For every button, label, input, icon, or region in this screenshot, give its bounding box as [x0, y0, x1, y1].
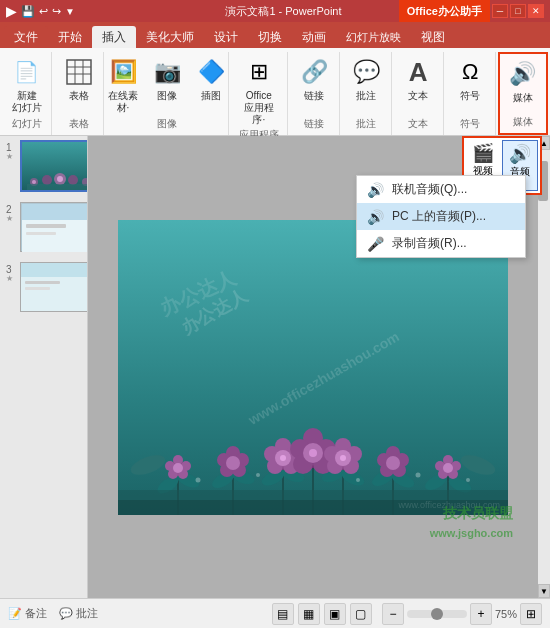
- ribbon: 📄 新建幻灯片 幻灯片 表格 表格: [0, 48, 550, 136]
- office-apps-button[interactable]: ⊞ Office应用程序·: [237, 54, 281, 128]
- slide-item-2[interactable]: 2 ★: [20, 202, 83, 252]
- slide1-preview: [22, 142, 88, 190]
- text-label: 文本: [408, 90, 428, 102]
- media-icon: 🔊: [507, 58, 539, 90]
- svg-point-8: [42, 175, 52, 185]
- vertical-scrollbar[interactable]: ▲ ▼: [538, 136, 550, 598]
- text-group-label: 文本: [408, 117, 428, 133]
- slide-item-3[interactable]: 3 ★: [20, 262, 83, 312]
- svg-rect-15: [22, 204, 88, 220]
- shapes-icon: 🔷: [195, 56, 227, 88]
- svg-rect-17: [26, 232, 56, 235]
- svg-point-50: [173, 463, 183, 473]
- notes-icon: 💬: [350, 56, 382, 88]
- view-slide-sorter-button[interactable]: ▦: [298, 603, 320, 625]
- svg-rect-19: [21, 263, 88, 277]
- tab-design[interactable]: 设计: [204, 26, 248, 48]
- tab-beautify[interactable]: 美化大师: [136, 26, 204, 48]
- table-button[interactable]: 表格: [59, 54, 99, 104]
- svg-point-73: [309, 449, 317, 457]
- tab-file[interactable]: 文件: [4, 26, 48, 48]
- svg-rect-21: [25, 287, 50, 290]
- link-button[interactable]: 🔗 链接: [294, 54, 334, 104]
- new-slide-icon: 📄: [11, 56, 43, 88]
- new-slide-button[interactable]: 📄 新建幻灯片: [7, 54, 47, 116]
- svg-point-10: [57, 176, 63, 182]
- status-bar: 📝 备注 💬 批注 ▤ ▦ ▣ ▢ − + 75% ⊞: [0, 598, 550, 628]
- slide-thumb-1[interactable]: [20, 140, 88, 192]
- svg-rect-20: [25, 281, 60, 284]
- text-group-content: A 文本: [398, 54, 438, 117]
- maximize-button[interactable]: □: [510, 4, 526, 18]
- zoom-slider[interactable]: [407, 610, 467, 618]
- zoom-level: 75%: [495, 608, 517, 620]
- media-button[interactable]: 🔊 媒体: [503, 56, 543, 106]
- table-label: 表格: [69, 90, 89, 102]
- ribbon-group-apps: ⊞ Office应用程序· 应用程序: [231, 52, 288, 135]
- close-button[interactable]: ✕: [528, 4, 544, 18]
- shapes-button[interactable]: 🔷 插图: [191, 54, 231, 104]
- tab-home[interactable]: 开始: [48, 26, 92, 48]
- zoom-slider-thumb[interactable]: [431, 608, 443, 620]
- ribbon-group-slides: 📄 新建幻灯片 幻灯片: [2, 52, 52, 135]
- record-audio-icon: 🎤: [367, 236, 384, 252]
- text-button[interactable]: A 文本: [398, 54, 438, 104]
- status-comments[interactable]: 💬 批注: [59, 606, 98, 621]
- images-group-content: 🖼️ 在线素材· 📷 图像 🔷 插图: [103, 54, 231, 117]
- video-sub-icon: 🎬: [472, 142, 494, 164]
- image-label: 图像: [157, 90, 177, 102]
- customize-icon[interactable]: ▼: [65, 6, 75, 17]
- notes-button[interactable]: 💬 批注: [346, 54, 386, 104]
- slide-thumb-2[interactable]: [20, 202, 88, 252]
- redo-icon[interactable]: ↪: [52, 5, 61, 18]
- status-notes[interactable]: 📝 备注: [8, 606, 47, 621]
- audio-dropdown-menu: 🔊 联机音频(Q)... 🔊 PC 上的音频(P)... 🎤 录制音频(R)..…: [356, 175, 526, 258]
- ribbon-group-media: 🔊 媒体 媒体: [498, 52, 548, 135]
- svg-point-7: [32, 180, 36, 184]
- status-left: 📝 备注 💬 批注: [8, 606, 98, 621]
- title-bar-left: ▶ 💾 ↩ ↪ ▼: [6, 3, 75, 19]
- view-slideshow-button[interactable]: ▢: [350, 603, 372, 625]
- online-audio-option[interactable]: 🔊 联机音频(Q)...: [357, 176, 525, 203]
- minimize-button[interactable]: ─: [492, 4, 508, 18]
- pc-audio-label: PC 上的音频(P)...: [392, 208, 486, 225]
- save-icon[interactable]: 💾: [21, 5, 35, 18]
- zoom-in-button[interactable]: +: [470, 603, 492, 625]
- symbol-icon: Ω: [454, 56, 486, 88]
- images-group-label: 图像: [157, 117, 177, 133]
- shapes-label: 插图: [201, 90, 221, 102]
- tab-slideshow[interactable]: 幻灯片放映: [336, 26, 411, 48]
- slide-thumb-3[interactable]: [20, 262, 88, 312]
- tab-review[interactable]: 视图: [411, 26, 455, 48]
- status-right: ▤ ▦ ▣ ▢ − + 75% ⊞: [272, 603, 542, 625]
- online-images-button[interactable]: 🖼️ 在线素材·: [103, 54, 143, 116]
- ribbon-group-tables: 表格 表格: [54, 52, 104, 135]
- slide-item-1[interactable]: 1 ★: [20, 140, 83, 192]
- tab-animation[interactable]: 动画: [292, 26, 336, 48]
- view-reading-button[interactable]: ▣: [324, 603, 346, 625]
- apps-group-content: ⊞ Office应用程序·: [237, 54, 281, 128]
- tables-group-content: 表格: [59, 54, 99, 117]
- undo-icon[interactable]: ↩: [39, 5, 48, 18]
- view-normal-button[interactable]: ▤: [272, 603, 294, 625]
- office-assistant-badge[interactable]: Office办公助手: [399, 0, 490, 22]
- slide-canvas[interactable]: 办公达人 www.officezhuashou.com: [118, 220, 508, 515]
- fit-window-button[interactable]: ⊞: [520, 603, 542, 625]
- tab-insert[interactable]: 插入: [92, 26, 136, 48]
- notes-icon: 📝: [8, 607, 22, 620]
- slide-star-1: ★: [6, 152, 13, 161]
- online-images-label: 在线素材·: [108, 90, 138, 114]
- record-audio-option[interactable]: 🎤 录制音频(R)...: [357, 230, 525, 257]
- image-button[interactable]: 📷 图像: [147, 54, 187, 104]
- svg-rect-16: [26, 224, 66, 228]
- zoom-out-button[interactable]: −: [382, 603, 404, 625]
- text-icon: A: [402, 56, 434, 88]
- tab-transition[interactable]: 切换: [248, 26, 292, 48]
- online-audio-label: 联机音频(Q)...: [392, 181, 467, 198]
- scroll-down-arrow[interactable]: ▼: [538, 584, 550, 598]
- pc-audio-option[interactable]: 🔊 PC 上的音频(P)...: [357, 203, 525, 230]
- slides-group-content: 📄 新建幻灯片: [7, 54, 47, 117]
- tables-group-label: 表格: [69, 117, 89, 133]
- svg-point-65: [280, 455, 286, 461]
- symbol-button[interactable]: Ω 符号: [450, 54, 490, 104]
